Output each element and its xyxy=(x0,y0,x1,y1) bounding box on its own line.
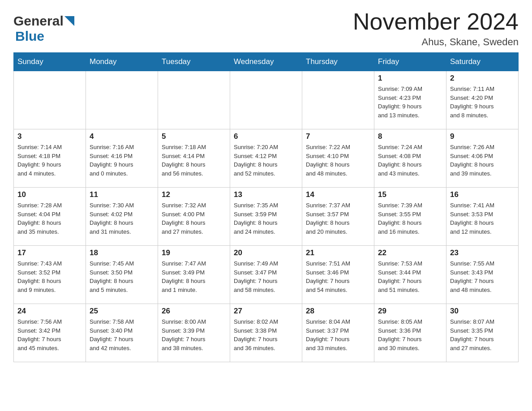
logo-blue-text: Blue xyxy=(15,29,44,43)
day-info: Sunrise: 7:56 AMSunset: 3:42 PMDaylight:… xyxy=(17,317,82,352)
weekday-header-friday: Friday xyxy=(374,53,446,71)
day-number: 11 xyxy=(90,190,154,199)
page-header: General Blue November 2024 Ahus, Skane, … xyxy=(13,9,519,48)
day-number: 17 xyxy=(17,248,82,257)
day-info: Sunrise: 7:09 AMSunset: 4:23 PMDaylight:… xyxy=(378,85,442,120)
day-info: Sunrise: 7:20 AMSunset: 4:12 PMDaylight:… xyxy=(234,143,298,178)
day-info: Sunrise: 7:53 AMSunset: 3:44 PMDaylight:… xyxy=(378,259,442,294)
day-info: Sunrise: 7:14 AMSunset: 4:18 PMDaylight:… xyxy=(17,143,82,178)
month-title: November 2024 xyxy=(353,9,519,34)
day-number: 7 xyxy=(306,132,370,141)
day-info: Sunrise: 7:22 AMSunset: 4:10 PMDaylight:… xyxy=(306,143,370,178)
weekday-header-row: SundayMondayTuesdayWednesdayThursdayFrid… xyxy=(14,53,519,71)
calendar-cell: 18Sunrise: 7:45 AMSunset: 3:50 PMDayligh… xyxy=(86,246,158,304)
calendar-cell: 23Sunrise: 7:55 AMSunset: 3:43 PMDayligh… xyxy=(446,246,519,304)
day-info: Sunrise: 8:00 AMSunset: 3:39 PMDaylight:… xyxy=(162,317,226,352)
week-row-4: 17Sunrise: 7:43 AMSunset: 3:52 PMDayligh… xyxy=(14,246,519,304)
calendar-cell: 15Sunrise: 7:39 AMSunset: 3:55 PMDayligh… xyxy=(374,188,446,246)
weekday-header-thursday: Thursday xyxy=(302,53,374,71)
calendar-cell xyxy=(14,71,86,129)
calendar-cell: 14Sunrise: 7:37 AMSunset: 3:57 PMDayligh… xyxy=(302,188,374,246)
day-number: 30 xyxy=(450,307,515,316)
day-info: Sunrise: 7:32 AMSunset: 4:00 PMDaylight:… xyxy=(162,201,226,236)
calendar-cell: 9Sunrise: 7:26 AMSunset: 4:06 PMDaylight… xyxy=(446,129,519,188)
calendar-cell xyxy=(302,71,374,129)
day-info: Sunrise: 7:18 AMSunset: 4:14 PMDaylight:… xyxy=(162,143,226,178)
day-info: Sunrise: 7:37 AMSunset: 3:57 PMDaylight:… xyxy=(306,201,370,236)
day-number: 8 xyxy=(378,132,442,141)
calendar-cell xyxy=(158,71,230,129)
calendar-cell: 30Sunrise: 8:07 AMSunset: 3:35 PMDayligh… xyxy=(446,304,519,362)
day-number: 13 xyxy=(234,190,298,199)
day-number: 18 xyxy=(90,248,154,257)
day-number: 29 xyxy=(378,307,442,316)
calendar-cell: 27Sunrise: 8:02 AMSunset: 3:38 PMDayligh… xyxy=(230,304,302,362)
calendar-cell: 20Sunrise: 7:49 AMSunset: 3:47 PMDayligh… xyxy=(230,246,302,304)
calendar-cell: 13Sunrise: 7:35 AMSunset: 3:59 PMDayligh… xyxy=(230,188,302,246)
calendar-cell: 19Sunrise: 7:47 AMSunset: 3:49 PMDayligh… xyxy=(158,246,230,304)
day-number: 10 xyxy=(17,190,82,199)
week-row-3: 10Sunrise: 7:28 AMSunset: 4:04 PMDayligh… xyxy=(14,188,519,246)
day-info: Sunrise: 7:35 AMSunset: 3:59 PMDaylight:… xyxy=(234,201,298,236)
calendar-cell: 6Sunrise: 7:20 AMSunset: 4:12 PMDaylight… xyxy=(230,129,302,188)
day-number: 15 xyxy=(378,190,442,199)
svg-marker-0 xyxy=(64,16,74,26)
calendar-cell: 7Sunrise: 7:22 AMSunset: 4:10 PMDaylight… xyxy=(302,129,374,188)
calendar-cell: 22Sunrise: 7:53 AMSunset: 3:44 PMDayligh… xyxy=(374,246,446,304)
calendar-cell: 16Sunrise: 7:41 AMSunset: 3:53 PMDayligh… xyxy=(446,188,519,246)
day-number: 3 xyxy=(17,132,82,141)
day-info: Sunrise: 7:43 AMSunset: 3:52 PMDaylight:… xyxy=(17,259,82,294)
calendar-cell: 12Sunrise: 7:32 AMSunset: 4:00 PMDayligh… xyxy=(158,188,230,246)
day-number: 6 xyxy=(234,132,298,141)
day-number: 12 xyxy=(162,190,226,199)
calendar-cell: 11Sunrise: 7:30 AMSunset: 4:02 PMDayligh… xyxy=(86,188,158,246)
day-number: 27 xyxy=(234,307,298,316)
day-info: Sunrise: 8:04 AMSunset: 3:37 PMDaylight:… xyxy=(306,317,370,352)
day-number: 26 xyxy=(162,307,226,316)
week-row-1: 1Sunrise: 7:09 AMSunset: 4:23 PMDaylight… xyxy=(14,71,519,129)
day-info: Sunrise: 7:16 AMSunset: 4:16 PMDaylight:… xyxy=(90,143,154,178)
day-info: Sunrise: 8:05 AMSunset: 3:36 PMDaylight:… xyxy=(378,317,442,352)
weekday-header-monday: Monday xyxy=(86,53,158,71)
day-number: 23 xyxy=(450,248,515,257)
week-row-5: 24Sunrise: 7:56 AMSunset: 3:42 PMDayligh… xyxy=(14,304,519,362)
calendar-cell: 8Sunrise: 7:24 AMSunset: 4:08 PMDaylight… xyxy=(374,129,446,188)
day-number: 24 xyxy=(17,307,82,316)
day-number: 22 xyxy=(378,248,442,257)
calendar-cell: 2Sunrise: 7:11 AMSunset: 4:20 PMDaylight… xyxy=(446,71,519,129)
day-number: 25 xyxy=(90,307,154,316)
day-info: Sunrise: 7:26 AMSunset: 4:06 PMDaylight:… xyxy=(450,143,515,178)
day-info: Sunrise: 7:28 AMSunset: 4:04 PMDaylight:… xyxy=(17,201,82,236)
logo-arrow-icon xyxy=(64,16,74,28)
day-number: 4 xyxy=(90,132,154,141)
calendar-cell: 10Sunrise: 7:28 AMSunset: 4:04 PMDayligh… xyxy=(14,188,86,246)
day-number: 20 xyxy=(234,248,298,257)
day-number: 1 xyxy=(378,74,442,83)
week-row-2: 3Sunrise: 7:14 AMSunset: 4:18 PMDaylight… xyxy=(14,129,519,188)
calendar-cell xyxy=(86,71,158,129)
day-info: Sunrise: 7:24 AMSunset: 4:08 PMDaylight:… xyxy=(378,143,442,178)
day-info: Sunrise: 7:49 AMSunset: 3:47 PMDaylight:… xyxy=(234,259,298,294)
calendar-cell xyxy=(230,71,302,129)
day-info: Sunrise: 7:47 AMSunset: 3:49 PMDaylight:… xyxy=(162,259,226,294)
calendar-cell: 1Sunrise: 7:09 AMSunset: 4:23 PMDaylight… xyxy=(374,71,446,129)
title-block: November 2024 Ahus, Skane, Sweden xyxy=(353,9,519,48)
day-info: Sunrise: 7:45 AMSunset: 3:50 PMDaylight:… xyxy=(90,259,154,294)
calendar-table: SundayMondayTuesdayWednesdayThursdayFrid… xyxy=(13,52,519,362)
calendar-cell: 28Sunrise: 8:04 AMSunset: 3:37 PMDayligh… xyxy=(302,304,374,362)
weekday-header-wednesday: Wednesday xyxy=(230,53,302,71)
day-info: Sunrise: 7:30 AMSunset: 4:02 PMDaylight:… xyxy=(90,201,154,236)
calendar-cell: 4Sunrise: 7:16 AMSunset: 4:16 PMDaylight… xyxy=(86,129,158,188)
weekday-header-tuesday: Tuesday xyxy=(158,53,230,71)
day-info: Sunrise: 7:58 AMSunset: 3:40 PMDaylight:… xyxy=(90,317,154,352)
day-number: 9 xyxy=(450,132,515,141)
calendar-cell: 24Sunrise: 7:56 AMSunset: 3:42 PMDayligh… xyxy=(14,304,86,362)
calendar-cell: 5Sunrise: 7:18 AMSunset: 4:14 PMDaylight… xyxy=(158,129,230,188)
calendar-cell: 17Sunrise: 7:43 AMSunset: 3:52 PMDayligh… xyxy=(14,246,86,304)
location-title: Ahus, Skane, Sweden xyxy=(353,36,519,48)
calendar-cell: 26Sunrise: 8:00 AMSunset: 3:39 PMDayligh… xyxy=(158,304,230,362)
day-info: Sunrise: 7:41 AMSunset: 3:53 PMDaylight:… xyxy=(450,201,515,236)
day-number: 28 xyxy=(306,307,370,316)
day-info: Sunrise: 7:51 AMSunset: 3:46 PMDaylight:… xyxy=(306,259,370,294)
day-info: Sunrise: 7:11 AMSunset: 4:20 PMDaylight:… xyxy=(450,85,515,120)
